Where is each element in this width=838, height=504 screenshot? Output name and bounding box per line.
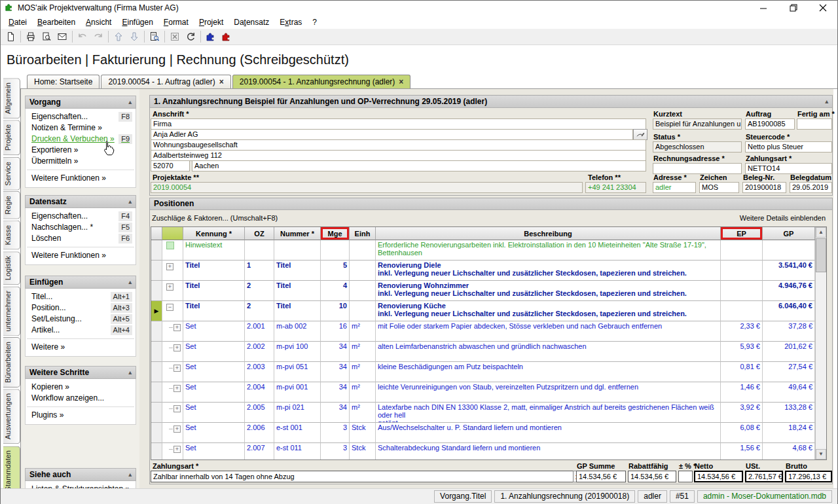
ort-field[interactable]: Aachen xyxy=(192,160,646,171)
section-header-vorgang[interactable]: Vorgang▴ xyxy=(25,96,136,109)
table-row-4[interactable]: ▶−Titel2Titel10Renovierung Kücheinkl. Ve… xyxy=(151,301,815,321)
section-header-weitere-schritte[interactable]: Weitere Schritte▴ xyxy=(25,366,136,379)
workbook-tab-projekte[interactable]: Projekte xyxy=(3,120,20,155)
column-header-oz[interactable]: OZ xyxy=(245,227,274,240)
status-field[interactable]: Abgeschlossen xyxy=(653,141,742,153)
sidebar-item-nachschlagen[interactable]: Nachschlagen... *F5 xyxy=(26,222,136,233)
tab-2019-00054-1-anzahlungsrechnun[interactable]: 2019.00054 - 1. Anzahlungsrechnung (adle… xyxy=(232,75,411,88)
refresh-icon[interactable] xyxy=(183,29,198,44)
expand-plus-icon[interactable]: + xyxy=(166,263,173,270)
kurztext-field[interactable]: Beispiel für Anzahlungen u xyxy=(653,118,742,130)
steuercode-field[interactable]: Netto plus Steuer xyxy=(745,141,832,153)
workbook-tab-büroarbeiten[interactable]: Büroarbeiten xyxy=(3,337,20,387)
table-row-9[interactable]: +Set2.005m-pi 02134m²Latexfarbe nach DIN… xyxy=(151,403,815,423)
plugin-red-icon[interactable] xyxy=(219,29,234,44)
zusatz-field[interactable]: Wohnungsbaugesellschaft xyxy=(151,139,646,151)
sidebar-item-kopieren[interactable]: Kopieren » xyxy=(26,382,136,393)
adresse-field[interactable]: adler xyxy=(653,182,696,193)
restore-button[interactable] xyxy=(778,1,808,15)
workbook-tab-service[interactable]: Service xyxy=(3,157,20,190)
column-header-empty[interactable] xyxy=(151,227,162,240)
table-row-11[interactable]: +Set2.007e-st 0113StckSchalterabdeckung … xyxy=(151,443,815,460)
name-field[interactable]: Anja Adler AG xyxy=(151,129,633,140)
zahlungsart-text-field[interactable]: Zahlbar innerhalb von 14 Tagen ohne Abzu… xyxy=(151,471,574,482)
section-header-siehe-auch[interactable]: Siehe auch▴ xyxy=(25,468,136,481)
plz-field[interactable]: 52070 xyxy=(151,160,190,171)
table-scrollbar[interactable]: ▲ ▼ xyxy=(815,227,826,459)
scroll-up-icon[interactable]: ▲ xyxy=(816,227,826,238)
sidebar-item-workflow-anzeigen[interactable]: Workflow anzeigen... xyxy=(26,393,136,404)
table-row-3[interactable]: +Titel2Titel4Renovierung Wohnzimmerinkl.… xyxy=(151,281,815,301)
weitere-details-link[interactable]: Weitere Details einblenden xyxy=(740,214,826,222)
expand-plus-icon[interactable]: + xyxy=(173,405,181,412)
table-row-2[interactable]: +Titel1Titel5Renovierung Dieleinkl. Verl… xyxy=(151,261,815,281)
collapse-arrow-icon[interactable]: ▴ xyxy=(825,96,828,107)
sidebar-item-position[interactable]: Position...Alt+3 xyxy=(26,302,136,314)
redo-icon[interactable] xyxy=(90,29,106,44)
sidebar-item-weitere-funktionen[interactable]: Weitere Funktionen » xyxy=(26,250,136,261)
collapse-arrow-icon[interactable]: ▴ xyxy=(128,471,132,478)
sidebar-item-eigenschaften[interactable]: Eigenschaften...F8 xyxy=(26,111,136,122)
new-document-icon[interactable] xyxy=(3,29,18,44)
expand-plus-icon[interactable]: + xyxy=(173,344,181,351)
move-down-icon[interactable] xyxy=(126,29,142,44)
column-header-gp[interactable]: GP xyxy=(763,227,815,240)
sidebar-item-notizen-termine[interactable]: Notizen & Termine » xyxy=(26,122,136,134)
table-row-10[interactable]: +Set2.006e-st 0013StckAus/Wechselschalte… xyxy=(151,423,815,443)
rechnungsadresse-field[interactable] xyxy=(653,163,742,174)
report-preview-icon[interactable] xyxy=(147,29,162,44)
prozent-field[interactable] xyxy=(678,471,693,482)
sidebar-item-übermitteln[interactable]: Übermitteln » xyxy=(26,156,136,167)
zeichen-field[interactable]: MOS xyxy=(699,182,739,193)
table-row-7[interactable]: +Set2.003m-pvi 05134m²kleine Beschädigun… xyxy=(151,362,815,382)
table-row-1[interactable]: HinweistextErforderliche Renovierungsarb… xyxy=(151,240,815,261)
edit-address-button[interactable] xyxy=(633,129,647,140)
column-header-empty[interactable] xyxy=(162,227,183,240)
column-header-mge[interactable]: Mge xyxy=(321,227,350,240)
expand-plus-icon[interactable]: + xyxy=(173,324,181,331)
menu-bearbeiten[interactable]: Bearbeiten xyxy=(32,16,81,28)
auftrag-field[interactable]: AB1900085 xyxy=(745,118,795,130)
fertig-am-field[interactable] xyxy=(797,118,832,130)
menu-datei[interactable]: Datei xyxy=(3,16,32,28)
workbook-tab-kasse[interactable]: Kasse xyxy=(3,221,20,250)
collapse-arrow-icon[interactable]: ▴ xyxy=(128,369,132,376)
menu-projekt[interactable]: Projekt xyxy=(194,16,228,28)
column-header-beschreibung[interactable]: Beschreibung xyxy=(376,227,721,240)
tab-close-icon[interactable]: × xyxy=(399,79,403,85)
sidebar-item-artikel[interactable]: Artikel...Alt+4 xyxy=(26,325,136,336)
workbook-tab-unternehmer[interactable]: unternehmer xyxy=(3,286,20,336)
close-button[interactable] xyxy=(808,1,837,15)
undo-icon[interactable] xyxy=(75,29,90,44)
document-header[interactable]: 1. Anzahlungsrechnung Beispiel für Anzah… xyxy=(150,96,832,108)
belegdatum-field[interactable]: 29.05.2019 xyxy=(790,182,832,193)
print-preview-icon[interactable] xyxy=(39,29,54,44)
menu-einfügen[interactable]: Einfügen xyxy=(117,16,158,28)
sidebar-item-drucken-verbuchen[interactable]: Drucken & Verbuchen »F9 xyxy=(26,134,136,145)
column-header-kennung[interactable]: Kennung * xyxy=(183,227,245,240)
sidebar-item-exportieren[interactable]: Exportieren » xyxy=(26,145,136,156)
section-header-datensatz[interactable]: Datensatz▴ xyxy=(25,195,136,208)
expand-plus-icon[interactable]: + xyxy=(173,446,181,453)
projektakte-field[interactable]: 2019.00054 xyxy=(151,182,583,193)
menu-ansicht[interactable]: Ansicht xyxy=(81,16,117,28)
column-header-nummer[interactable]: Nummer * xyxy=(274,227,321,240)
table-row-8[interactable]: +Set2.004m-pvi 00134m²leichte Verunreini… xyxy=(151,382,815,403)
menu-extras[interactable]: Extras xyxy=(274,16,307,28)
anrede-field[interactable]: Firma xyxy=(151,118,646,130)
tab-close-icon[interactable]: × xyxy=(219,79,224,85)
collapse-minus-icon[interactable]: − xyxy=(166,304,173,311)
expand-plus-icon[interactable]: + xyxy=(173,365,181,372)
workbook-tab-regie[interactable]: Regie xyxy=(3,191,20,219)
expand-plus-icon[interactable]: + xyxy=(173,385,181,392)
expand-plus-icon[interactable]: + xyxy=(166,283,173,291)
sidebar-item-titel[interactable]: Titel...Alt+1 xyxy=(26,291,136,302)
sidebar-item-eigenschaften[interactable]: Eigenschaften...F4 xyxy=(26,211,136,222)
telefon-field[interactable]: +49 241 23304 xyxy=(585,182,646,193)
sidebar-item-set-leistung[interactable]: Set/Leistung...Alt+5 xyxy=(26,314,136,325)
move-up-icon[interactable] xyxy=(111,29,126,44)
workbook-tab-stammdaten[interactable]: Stammdaten xyxy=(3,446,20,488)
menu-datensatz[interactable]: Datensatz xyxy=(228,16,274,28)
print-icon[interactable] xyxy=(23,29,39,44)
menu-format[interactable]: Format xyxy=(158,16,194,28)
